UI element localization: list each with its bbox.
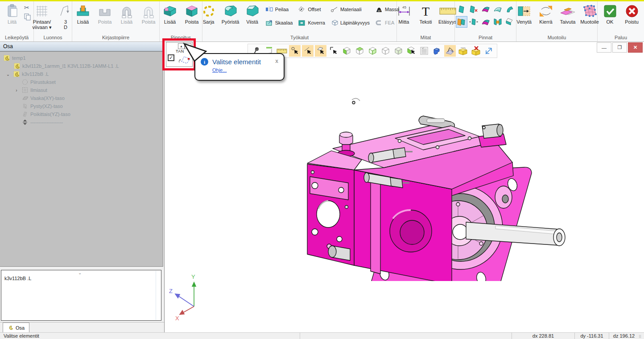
library-arch-add-label: Lisää: [121, 19, 132, 25]
surface-clamp-icon[interactable]: [492, 16, 504, 28]
stretch-label: Venytä: [516, 19, 532, 25]
group-label-library: Kirjastopiirre: [74, 34, 158, 41]
pattern-button[interactable]: Sarja: [198, 2, 219, 25]
model-tree-panel: Osa temp1 k3vl112b_1armm_l1 K3VL112B-1AM…: [0, 41, 164, 332]
arch-remove-icon: [141, 3, 156, 19]
transparency-button[interactable]: Läpinäkyvyys: [329, 16, 372, 29]
tree-item-separator[interactable]: --------------------: [0, 118, 163, 126]
svg-text:45: 45: [402, 5, 406, 9]
stretch-button[interactable]: Venytä: [513, 2, 535, 25]
transparency-icon: [330, 20, 339, 26]
select-face-icon[interactable]: [315, 45, 326, 57]
tree-item-temp1[interactable]: temp1: [0, 54, 163, 62]
group-label-shaping: Muotoilu: [518, 34, 596, 41]
select-edge-icon[interactable]: [302, 45, 314, 57]
library-arch-add-button[interactable]: Lisää: [116, 2, 137, 25]
group-label-dimensions: Mitat: [398, 34, 453, 41]
text-label: Teksti: [419, 19, 432, 25]
mirror-button[interactable]: Peilaa: [264, 3, 295, 16]
surface-patch2-icon[interactable]: [480, 16, 491, 28]
tree-item-plane-xz[interactable]: Pysty(XZ)-taso: [0, 102, 163, 110]
surface-patch-icon[interactable]: [480, 4, 491, 15]
coating-add-button[interactable]: Lisää: [159, 2, 181, 25]
sketch-on-face-label-2: viivaan ▾: [33, 25, 52, 30]
paste-label: Liitä: [8, 19, 17, 25]
svg-text:Z: Z: [169, 288, 173, 294]
hint-close-icon[interactable]: x: [275, 58, 280, 64]
freeform-button[interactable]: Muotoile: [579, 2, 600, 25]
status-dz: dz 196.12: [609, 333, 639, 339]
bend-label: Taivuta: [560, 19, 576, 25]
svg-text:X: X: [175, 315, 179, 321]
expand-icon[interactable]: ›: [14, 88, 19, 93]
library-add-button[interactable]: Lisää: [72, 2, 94, 25]
select-point-icon[interactable]: [289, 45, 301, 57]
surface-delete-icon[interactable]: [468, 4, 479, 15]
surface-move-icon[interactable]: [468, 16, 479, 28]
tab-osa[interactable]: Osa: [3, 322, 29, 332]
part-blue-icon[interactable]: [431, 45, 443, 57]
status-dx: dx 228.81: [512, 333, 574, 339]
scale-button[interactable]: Skaalaa: [264, 16, 295, 29]
viewport-3d[interactable]: — ❐ ✕: [164, 41, 644, 332]
scale-icon: [265, 20, 273, 26]
pump-model-3d[interactable]: [304, 97, 580, 281]
plane-xy-icon: [21, 95, 28, 101]
surface-swap-icon[interactable]: [456, 16, 467, 28]
collapse-icon[interactable]: ⌄: [5, 72, 11, 77]
text-button[interactable]: T Teksti: [415, 2, 437, 25]
sketch-3d-label-1: 3: [64, 19, 67, 25]
exit-label: Poistu: [625, 19, 639, 25]
library-arch-remove-button[interactable]: Poista: [138, 2, 159, 25]
freeform-mesh-icon: [582, 3, 598, 19]
surface-striped-icon[interactable]: [492, 4, 504, 15]
select-solid-icon[interactable]: [328, 45, 339, 57]
help-link[interactable]: Ohje...: [212, 67, 227, 73]
library-add-icon: [76, 3, 90, 19]
fillet-button[interactable]: Pyöristä: [220, 2, 241, 25]
cube-top-face-icon[interactable]: [354, 45, 365, 57]
chevron-down-icon[interactable]: ⌄: [78, 270, 82, 275]
resize-grip[interactable]: ⠿: [639, 335, 644, 339]
ok-button[interactable]: OK: [599, 2, 621, 25]
twist-button[interactable]: Kierrä: [535, 2, 557, 25]
tree-item-plane-yz[interactable]: Poikittais(YZ)-taso: [0, 110, 163, 118]
hollow-icon: [298, 20, 306, 26]
restore-button[interactable]: ❐: [612, 42, 627, 53]
tree-item-drawings[interactable]: Piirustukset: [0, 78, 163, 86]
paste-button[interactable]: Liitä: [1, 2, 23, 25]
tree-item-k3v112bB[interactable]: ⌄ k3v112bB .L: [0, 70, 163, 78]
minimize-button[interactable]: —: [597, 42, 611, 53]
list-icon[interactable]: [418, 45, 430, 57]
part-icon: [13, 71, 20, 77]
viewport-toolbar: [248, 44, 497, 58]
sketch-plane-icon[interactable]: [444, 45, 456, 57]
dimension-button[interactable]: 45 Mitta: [393, 2, 415, 25]
cube-outline-icon[interactable]: [380, 45, 391, 57]
model-tree[interactable]: temp1 k3vl112b_1armm_l1 K3VL112B-1AMM-L1…: [0, 51, 163, 267]
close-button[interactable]: ✕: [628, 42, 643, 53]
ribbon-group-clipboard: Liitä ✂ Leikepöytä: [0, 1, 34, 41]
svg-text:10: 10: [377, 9, 380, 12]
swap-view-icon[interactable]: [483, 45, 495, 57]
hollow-button[interactable]: Koverra: [296, 16, 327, 29]
offset-button[interactable]: Offset: [296, 3, 327, 16]
chamfer-button[interactable]: Viistä: [242, 2, 263, 25]
selected-part-listbox[interactable]: ⌄ k3v112bB .L: [1, 270, 161, 321]
status-dy: dy -116.31: [574, 333, 609, 339]
bend-button[interactable]: Taivuta: [557, 2, 578, 25]
tree-item-plane-xy[interactable]: Vaaka(XY)-taso: [0, 94, 163, 102]
cube-pick-icon[interactable]: [405, 45, 417, 57]
material-button[interactable]: Materiaali: [329, 3, 372, 16]
drawer-open-icon[interactable]: [457, 45, 469, 57]
tree-item-k3vl112b[interactable]: k3vl112b_1armm_l1 K3VL112B-1AMM-L1 .L: [0, 62, 163, 70]
drawer-delete-icon[interactable]: [470, 45, 482, 57]
surface-plane-icon[interactable]: [456, 4, 467, 15]
library-remove-button[interactable]: Poista: [94, 2, 116, 25]
cube-left-face-icon[interactable]: [367, 45, 378, 57]
exit-button[interactable]: Poistu: [621, 2, 643, 25]
sketch-on-face-button[interactable]: Pintaan/ viivaan ▾: [29, 2, 54, 30]
tree-item-views[interactable]: › Ilmiasut: [0, 86, 163, 94]
cube-front-face-icon[interactable]: [341, 45, 352, 57]
cube-solid-icon[interactable]: [392, 45, 404, 57]
